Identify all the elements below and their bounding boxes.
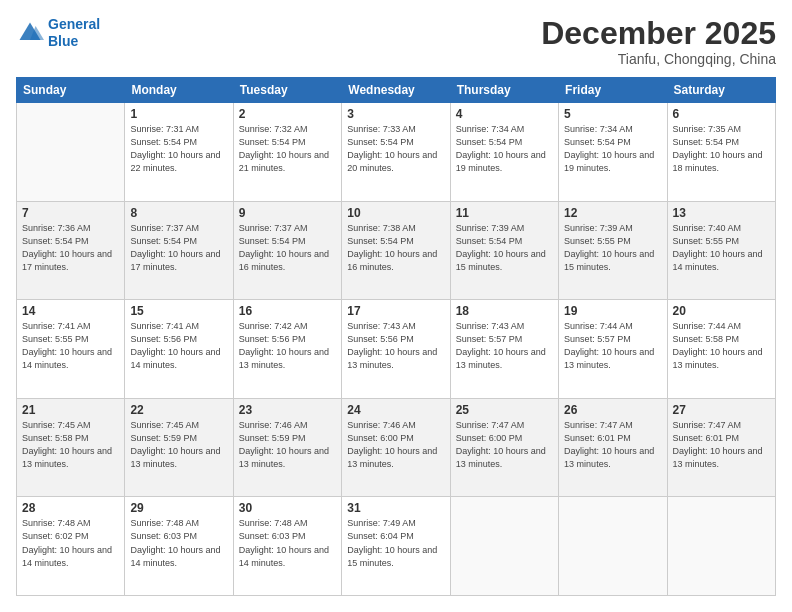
calendar-day-cell: 25Sunrise: 7:47 AMSunset: 6:00 PMDayligh… — [450, 398, 558, 497]
calendar-week-row: 21Sunrise: 7:45 AMSunset: 5:58 PMDayligh… — [17, 398, 776, 497]
calendar-day-cell — [17, 103, 125, 202]
day-number: 19 — [564, 304, 661, 318]
day-info: Sunrise: 7:44 AMSunset: 5:58 PMDaylight:… — [673, 320, 770, 372]
day-number: 13 — [673, 206, 770, 220]
day-info: Sunrise: 7:35 AMSunset: 5:54 PMDaylight:… — [673, 123, 770, 175]
day-info: Sunrise: 7:46 AMSunset: 5:59 PMDaylight:… — [239, 419, 336, 471]
day-number: 1 — [130, 107, 227, 121]
calendar-week-row: 14Sunrise: 7:41 AMSunset: 5:55 PMDayligh… — [17, 300, 776, 399]
day-info: Sunrise: 7:39 AMSunset: 5:55 PMDaylight:… — [564, 222, 661, 274]
day-info: Sunrise: 7:47 AMSunset: 6:01 PMDaylight:… — [564, 419, 661, 471]
calendar-day-cell: 19Sunrise: 7:44 AMSunset: 5:57 PMDayligh… — [559, 300, 667, 399]
day-info: Sunrise: 7:47 AMSunset: 6:00 PMDaylight:… — [456, 419, 553, 471]
day-number: 28 — [22, 501, 119, 515]
day-number: 26 — [564, 403, 661, 417]
day-number: 17 — [347, 304, 444, 318]
day-number: 9 — [239, 206, 336, 220]
day-number: 23 — [239, 403, 336, 417]
location: Tianfu, Chongqing, China — [541, 51, 776, 67]
calendar-day-cell: 15Sunrise: 7:41 AMSunset: 5:56 PMDayligh… — [125, 300, 233, 399]
logo-icon — [16, 19, 44, 47]
title-block: December 2025 Tianfu, Chongqing, China — [541, 16, 776, 67]
day-info: Sunrise: 7:37 AMSunset: 5:54 PMDaylight:… — [130, 222, 227, 274]
calendar-body: 1Sunrise: 7:31 AMSunset: 5:54 PMDaylight… — [17, 103, 776, 596]
day-info: Sunrise: 7:45 AMSunset: 5:58 PMDaylight:… — [22, 419, 119, 471]
calendar-day-cell: 17Sunrise: 7:43 AMSunset: 5:56 PMDayligh… — [342, 300, 450, 399]
logo-text: General Blue — [48, 16, 100, 50]
day-number: 10 — [347, 206, 444, 220]
day-number: 22 — [130, 403, 227, 417]
calendar-week-row: 1Sunrise: 7:31 AMSunset: 5:54 PMDaylight… — [17, 103, 776, 202]
calendar-week-row: 28Sunrise: 7:48 AMSunset: 6:02 PMDayligh… — [17, 497, 776, 596]
calendar-day-cell: 9Sunrise: 7:37 AMSunset: 5:54 PMDaylight… — [233, 201, 341, 300]
calendar-day-cell — [450, 497, 558, 596]
day-number: 2 — [239, 107, 336, 121]
day-number: 25 — [456, 403, 553, 417]
calendar-day-cell: 2Sunrise: 7:32 AMSunset: 5:54 PMDaylight… — [233, 103, 341, 202]
day-number: 4 — [456, 107, 553, 121]
calendar-day-cell: 4Sunrise: 7:34 AMSunset: 5:54 PMDaylight… — [450, 103, 558, 202]
header-thursday: Thursday — [450, 78, 558, 103]
day-info: Sunrise: 7:38 AMSunset: 5:54 PMDaylight:… — [347, 222, 444, 274]
calendar-day-cell: 3Sunrise: 7:33 AMSunset: 5:54 PMDaylight… — [342, 103, 450, 202]
day-number: 20 — [673, 304, 770, 318]
day-number: 6 — [673, 107, 770, 121]
day-info: Sunrise: 7:48 AMSunset: 6:02 PMDaylight:… — [22, 517, 119, 569]
logo: General Blue — [16, 16, 100, 50]
calendar-day-cell: 21Sunrise: 7:45 AMSunset: 5:58 PMDayligh… — [17, 398, 125, 497]
calendar-day-cell: 5Sunrise: 7:34 AMSunset: 5:54 PMDaylight… — [559, 103, 667, 202]
day-info: Sunrise: 7:42 AMSunset: 5:56 PMDaylight:… — [239, 320, 336, 372]
day-info: Sunrise: 7:36 AMSunset: 5:54 PMDaylight:… — [22, 222, 119, 274]
logo-line1: General — [48, 16, 100, 32]
day-info: Sunrise: 7:45 AMSunset: 5:59 PMDaylight:… — [130, 419, 227, 471]
calendar-day-cell — [559, 497, 667, 596]
weekday-header-row: Sunday Monday Tuesday Wednesday Thursday… — [17, 78, 776, 103]
calendar-day-cell — [667, 497, 775, 596]
day-number: 27 — [673, 403, 770, 417]
calendar-day-cell: 20Sunrise: 7:44 AMSunset: 5:58 PMDayligh… — [667, 300, 775, 399]
calendar-day-cell: 14Sunrise: 7:41 AMSunset: 5:55 PMDayligh… — [17, 300, 125, 399]
header-sunday: Sunday — [17, 78, 125, 103]
day-number: 15 — [130, 304, 227, 318]
day-number: 14 — [22, 304, 119, 318]
day-info: Sunrise: 7:33 AMSunset: 5:54 PMDaylight:… — [347, 123, 444, 175]
calendar-day-cell: 23Sunrise: 7:46 AMSunset: 5:59 PMDayligh… — [233, 398, 341, 497]
day-number: 16 — [239, 304, 336, 318]
day-number: 30 — [239, 501, 336, 515]
calendar-day-cell: 22Sunrise: 7:45 AMSunset: 5:59 PMDayligh… — [125, 398, 233, 497]
calendar-day-cell: 8Sunrise: 7:37 AMSunset: 5:54 PMDaylight… — [125, 201, 233, 300]
day-number: 12 — [564, 206, 661, 220]
day-info: Sunrise: 7:34 AMSunset: 5:54 PMDaylight:… — [564, 123, 661, 175]
calendar-day-cell: 11Sunrise: 7:39 AMSunset: 5:54 PMDayligh… — [450, 201, 558, 300]
day-number: 29 — [130, 501, 227, 515]
day-number: 24 — [347, 403, 444, 417]
calendar-day-cell: 31Sunrise: 7:49 AMSunset: 6:04 PMDayligh… — [342, 497, 450, 596]
day-number: 21 — [22, 403, 119, 417]
calendar-day-cell: 27Sunrise: 7:47 AMSunset: 6:01 PMDayligh… — [667, 398, 775, 497]
day-number: 31 — [347, 501, 444, 515]
calendar-day-cell: 30Sunrise: 7:48 AMSunset: 6:03 PMDayligh… — [233, 497, 341, 596]
day-info: Sunrise: 7:48 AMSunset: 6:03 PMDaylight:… — [239, 517, 336, 569]
calendar-day-cell: 10Sunrise: 7:38 AMSunset: 5:54 PMDayligh… — [342, 201, 450, 300]
calendar-day-cell: 7Sunrise: 7:36 AMSunset: 5:54 PMDaylight… — [17, 201, 125, 300]
day-info: Sunrise: 7:40 AMSunset: 5:55 PMDaylight:… — [673, 222, 770, 274]
calendar-day-cell: 29Sunrise: 7:48 AMSunset: 6:03 PMDayligh… — [125, 497, 233, 596]
calendar-day-cell: 18Sunrise: 7:43 AMSunset: 5:57 PMDayligh… — [450, 300, 558, 399]
day-number: 7 — [22, 206, 119, 220]
day-info: Sunrise: 7:48 AMSunset: 6:03 PMDaylight:… — [130, 517, 227, 569]
header: General Blue December 2025 Tianfu, Chong… — [16, 16, 776, 67]
day-number: 3 — [347, 107, 444, 121]
day-number: 8 — [130, 206, 227, 220]
day-info: Sunrise: 7:41 AMSunset: 5:56 PMDaylight:… — [130, 320, 227, 372]
day-info: Sunrise: 7:44 AMSunset: 5:57 PMDaylight:… — [564, 320, 661, 372]
day-info: Sunrise: 7:43 AMSunset: 5:56 PMDaylight:… — [347, 320, 444, 372]
day-info: Sunrise: 7:46 AMSunset: 6:00 PMDaylight:… — [347, 419, 444, 471]
header-friday: Friday — [559, 78, 667, 103]
calendar-table: Sunday Monday Tuesday Wednesday Thursday… — [16, 77, 776, 596]
month-title: December 2025 — [541, 16, 776, 51]
logo-line2: Blue — [48, 33, 78, 49]
day-info: Sunrise: 7:47 AMSunset: 6:01 PMDaylight:… — [673, 419, 770, 471]
header-monday: Monday — [125, 78, 233, 103]
day-info: Sunrise: 7:49 AMSunset: 6:04 PMDaylight:… — [347, 517, 444, 569]
day-info: Sunrise: 7:37 AMSunset: 5:54 PMDaylight:… — [239, 222, 336, 274]
